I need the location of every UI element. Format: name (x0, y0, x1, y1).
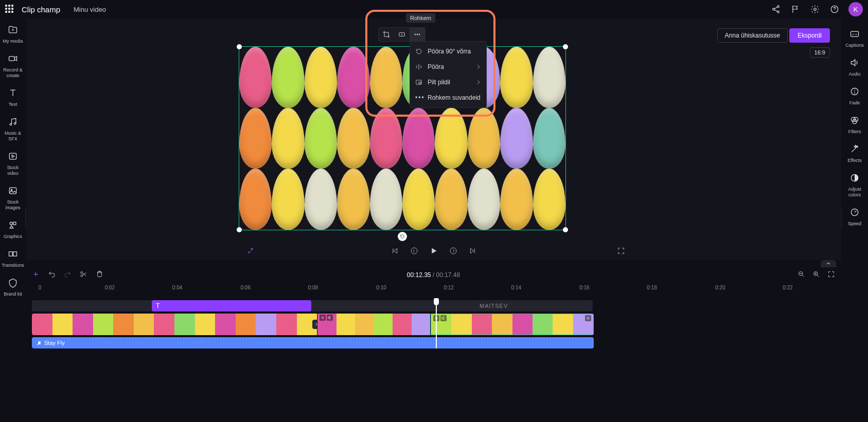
svg-rect-12 (13, 222, 16, 225)
svg-rect-5 (9, 57, 15, 61)
svg-point-24 (415, 34, 416, 35)
settings-icon[interactable] (807, 2, 823, 17)
menu-item-label: Pilt pildil (428, 79, 450, 86)
video-clip-2[interactable] (317, 314, 431, 335)
menu-item-label: Pööra (428, 63, 444, 70)
resize-handle-tl[interactable] (237, 44, 242, 49)
aspect-ratio-selector[interactable]: 16:9 (810, 47, 830, 58)
text-track[interactable]: T MAITSEV (32, 300, 593, 311)
delete-button[interactable] (96, 270, 103, 280)
svg-rect-15 (851, 31, 859, 36)
video-clip-1[interactable] (32, 314, 317, 335)
play-button[interactable] (430, 247, 438, 255)
video-clip-3-selected[interactable] (431, 314, 594, 335)
clip-left-handle[interactable] (320, 315, 333, 321)
menu-item-more-options[interactable]: ••• Rohkem suvandeid (410, 90, 486, 105)
sidebar-item-captions[interactable]: Captions (842, 29, 867, 48)
sidebar-item-stock-images[interactable]: Stock images (1, 186, 25, 211)
rotate-handle[interactable] (398, 232, 407, 241)
ruler-tick: 0 (39, 285, 42, 290)
zoom-in-button[interactable] (812, 270, 820, 280)
flag-icon[interactable] (788, 2, 803, 17)
crop-button[interactable] (379, 27, 394, 42)
sidebar-item-adjust-colors[interactable]: Adjust colors (842, 173, 867, 198)
resize-handle-bl[interactable] (237, 227, 242, 232)
audio-track[interactable]: Stay Fly (32, 337, 594, 348)
sidebar-item-text[interactable]: Text (1, 88, 25, 107)
chevron-right-icon (475, 63, 482, 70)
svg-point-7 (14, 123, 16, 124)
sidebar-item-record-create[interactable]: Record & create (1, 53, 25, 79)
step-back-button[interactable] (410, 247, 418, 255)
sidebar-item-music-sfx[interactable]: Music & SFX (1, 117, 25, 142)
share-button[interactable]: Anna ühiskasutusse (717, 28, 788, 43)
menu-item-pip[interactable]: Pilt pildil (410, 75, 486, 90)
sidebar-item-brand-kit[interactable]: Brand kit (1, 278, 25, 297)
playhead-knob[interactable] (434, 298, 439, 305)
video-preview[interactable] (239, 46, 566, 230)
timeline-tracks: T MAITSEV Stay Fly (32, 300, 835, 348)
sidebar-item-speed[interactable]: Speed (842, 207, 867, 227)
menu-item-rotate-90[interactable]: Pööra 90° võrra (410, 44, 486, 59)
skip-end-button[interactable] (469, 247, 477, 255)
ruler-tick: 0:18 (647, 285, 657, 290)
split-button[interactable] (80, 270, 87, 280)
text-overlay-label: MAITSEV (480, 300, 508, 311)
sidebar-item-graphics[interactable]: Graphics (1, 220, 25, 240)
clip-left-handle[interactable] (433, 315, 447, 321)
playback-controls (26, 242, 841, 260)
svg-point-6 (10, 123, 11, 125)
ruler-tick: 0:04 (172, 285, 182, 290)
add-to-timeline-button[interactable] (32, 270, 40, 280)
resize-handle-tr[interactable] (563, 44, 568, 49)
sidebar-item-label: Filters (842, 129, 867, 135)
audio-waveform (32, 337, 594, 348)
sidebar-item-label: Fade (842, 100, 867, 106)
sidebar-item-filters[interactable]: Filters (842, 115, 867, 135)
share-network-icon[interactable] (768, 2, 784, 17)
sidebar-item-transitions[interactable]: Transitions (1, 249, 25, 268)
timeline-playhead[interactable] (436, 300, 437, 348)
timeline-ruler[interactable]: 0 0:02 0:04 0:06 0:08 0:10 0:12 0:14 0:1… (32, 283, 835, 295)
zoom-fit-button[interactable] (827, 270, 835, 280)
export-button[interactable]: Ekspordi (789, 28, 830, 43)
sidebar-item-audio[interactable]: Audio (842, 58, 867, 77)
step-forward-button[interactable] (449, 247, 457, 255)
collapse-timeline-button[interactable] (821, 260, 836, 267)
clip-right-handle[interactable] (585, 315, 591, 321)
user-avatar[interactable]: K (848, 2, 863, 16)
timeline-toolbar: 00:12.35 / 00:17.48 (26, 267, 841, 283)
svg-rect-14 (13, 252, 17, 256)
video-track[interactable] (32, 314, 594, 335)
text-clip[interactable]: T (152, 300, 311, 311)
app-name: Clip champ (22, 5, 60, 14)
fit-button[interactable] (394, 27, 410, 42)
help-icon[interactable] (827, 2, 842, 17)
sidebar-item-label: Audio (842, 71, 867, 77)
undo-button[interactable] (48, 270, 56, 280)
menu-item-flip[interactable]: Pööra (410, 59, 486, 75)
audio-clip-label: Stay Fly (36, 340, 65, 346)
redo-button[interactable] (64, 270, 72, 280)
sidebar-item-stock-video[interactable]: Stock video (1, 151, 25, 176)
sidebar-item-my-media[interactable]: My media (1, 25, 25, 44)
project-name[interactable]: Minu video (74, 6, 106, 13)
sidebar-item-effects[interactable]: Effects (842, 144, 867, 163)
more-options-button[interactable] (410, 27, 425, 42)
transition-icon[interactable] (312, 320, 317, 329)
sidebar-item-label: My media (1, 39, 25, 44)
zoom-out-button[interactable] (798, 270, 805, 280)
sidebar-item-label: Brand kit (1, 291, 25, 297)
ai-tools-button[interactable] (247, 247, 255, 255)
resize-handle-br[interactable] (563, 227, 568, 232)
current-time: 00:12.35 (407, 271, 431, 279)
apps-launcher-icon[interactable] (5, 5, 14, 14)
sidebar-item-fade[interactable]: Fade (842, 86, 867, 106)
preview-content-image (239, 47, 565, 230)
chevron-right-icon (475, 79, 482, 86)
skip-start-button[interactable] (391, 247, 399, 255)
fullscreen-button[interactable] (617, 247, 625, 255)
ruler-tick: 0:14 (511, 285, 521, 290)
svg-point-25 (417, 34, 418, 35)
right-sidebar: Captions Audio Fade Filters Effects Adju… (841, 19, 868, 422)
